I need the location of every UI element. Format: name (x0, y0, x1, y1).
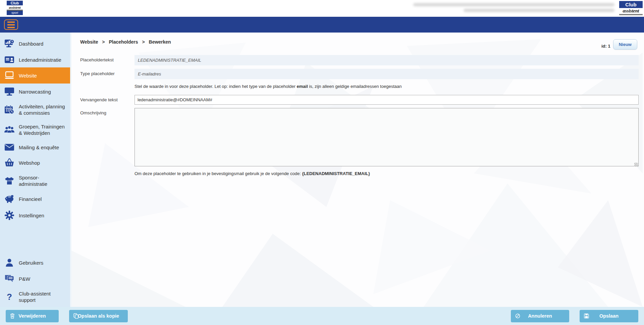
hamburger-icon (7, 21, 15, 23)
redacted-header-text-line (413, 3, 614, 6)
logo-club-text: Club (619, 1, 643, 8)
sidebar-item-label: Mailing & enquête (19, 144, 62, 151)
sidebar-item-label: Financieel (19, 196, 44, 202)
sidebar-item-label: Webshop (19, 160, 43, 166)
sidebar-item-label: P&W (19, 276, 33, 282)
logo-sport-text: sport (7, 11, 23, 15)
question-icon: ? (0, 293, 19, 301)
main-content: Website > Placeholders > Bewerken id: 1 … (71, 33, 644, 307)
user-icon (0, 258, 19, 267)
resize-grip-icon[interactable] (634, 163, 638, 166)
breadcrumb: Website > Placeholders > Bewerken (80, 39, 174, 45)
sidebar-item-groepen[interactable]: Groepen, Trainingen & Wedstrijden (0, 120, 70, 140)
sidebar-item-website[interactable]: Website (0, 67, 70, 84)
sidebar-item-label: Groepen, Trainingen & Wedstrijden (19, 123, 70, 136)
copy-icon (73, 313, 78, 319)
id-card-icon (0, 56, 19, 64)
hamburger-menu-button[interactable] (4, 19, 18, 30)
action-footer-bar: Verwijderen Opslaan als kopie Annuleren … (0, 307, 644, 325)
people-icon (0, 126, 19, 134)
sidebar-spacer (0, 224, 70, 255)
basket-icon (0, 158, 19, 167)
sidebar-item-dashboard[interactable]: Dashboard (0, 35, 70, 52)
piggy-bank-icon (0, 195, 19, 203)
logo-club-text: Club (7, 1, 23, 5)
envelope-icon (0, 144, 19, 151)
calendar-clock-icon (0, 105, 19, 114)
top-header-strip: Club assistent sport Club assistent (0, 0, 644, 17)
sidebar-item-label: Activiteiten, planning & commissies (19, 103, 70, 116)
sidebar-item-pw[interactable]: P&W (0, 271, 70, 287)
delete-button[interactable]: Verwijderen (6, 310, 59, 322)
logo-assistent-text: assistent (7, 5, 23, 11)
placeholdertekst-label: Placeholdertekst (80, 55, 135, 65)
sidebar-item-instellingen[interactable]: Instellingen (0, 207, 70, 224)
cancel-icon (515, 314, 520, 319)
tshirt-icon: LOGO (0, 176, 19, 185)
type-placeholder-value: E-mailadres (135, 69, 639, 79)
sidebar-item-activiteiten[interactable]: Activiteiten, planning & commissies (0, 100, 70, 120)
main-navbar (0, 17, 644, 33)
club-assistent-logo: Club assistent (619, 1, 643, 15)
hamburger-icon (7, 27, 15, 28)
chat-icon (0, 274, 19, 283)
sidebar-item-ledenadministratie[interactable]: Ledenadministratie (0, 52, 70, 67)
usage-code-text: Om deze placeholder te gebruiken in je b… (135, 171, 639, 176)
sidebar-item-narrowcasting[interactable]: Narrowcasting (0, 84, 70, 100)
redacted-header-text-line (464, 9, 614, 12)
svg-text:LOGO: LOGO (7, 180, 12, 182)
sidebar-item-label: Dashboard (19, 41, 46, 47)
sidebar-item-gebruikers[interactable]: Gebruikers (0, 255, 70, 271)
omschrijving-label: Omschrijving (80, 108, 135, 168)
cancel-button[interactable]: Annuleren (511, 310, 569, 322)
placeholder-hint-text: Stel de waarde in voor deze placeholder.… (135, 84, 639, 89)
sidebar-navigation: Dashboard Ledenadministratie Website Nar… (0, 33, 71, 307)
breadcrumb-website[interactable]: Website (80, 39, 98, 45)
laptop-icon (0, 71, 19, 80)
hamburger-icon (7, 24, 15, 25)
sidebar-item-support[interactable]: ? Club-assistent support (0, 287, 70, 307)
breadcrumb-separator: > (142, 39, 145, 45)
gear-icon (0, 211, 19, 220)
record-id-label: id: 1 (601, 44, 610, 49)
button-label: Annuleren (528, 313, 552, 319)
monitor-icon (0, 87, 19, 96)
save-as-copy-button[interactable]: Opslaan als kopie (69, 310, 128, 322)
sidebar-item-label: Sponsor-administratie (19, 174, 70, 187)
sidebar-item-label: Ledenadministratie (19, 57, 64, 63)
sidebar-item-financieel[interactable]: Financieel (0, 191, 70, 207)
button-label: Opslaan als kopie (78, 313, 119, 319)
placeholder-edit-form: Placeholdertekst LEDENADMINISTRATIE_EMAI… (80, 55, 644, 176)
vervangende-tekst-label: Vervangende tekst (80, 95, 135, 105)
dashboard-icon (0, 39, 19, 48)
sidebar-item-webshop[interactable]: Webshop (0, 155, 70, 171)
omschrijving-textarea[interactable] (135, 108, 639, 166)
trash-icon (10, 313, 15, 319)
breadcrumb-separator: > (102, 39, 105, 45)
sidebar-item-label: Club-assistent support (19, 290, 70, 303)
club-assistent-sport-logo[interactable]: Club assistent sport (7, 1, 23, 15)
button-label: Verwijderen (18, 313, 46, 319)
placeholdertekst-value: LEDENADMINISTRATIE_EMAIL (135, 55, 639, 65)
new-button[interactable]: Nieuw (613, 39, 637, 50)
sidebar-item-label: Narrowcasting (19, 89, 54, 95)
sidebar-item-label: Website (19, 72, 40, 79)
button-label: Opslaan (599, 313, 619, 319)
save-icon (584, 314, 589, 319)
type-placeholder-label: Type placeholder (80, 69, 135, 79)
breadcrumb-placeholders[interactable]: Placeholders (109, 39, 138, 45)
logo-assistent-text: assistent (619, 8, 643, 15)
sidebar-item-sponsoradministratie[interactable]: LOGO Sponsor-administratie (0, 171, 70, 191)
sidebar-item-mailing[interactable]: Mailing & enquête (0, 140, 70, 155)
vervangende-tekst-input[interactable] (135, 95, 639, 105)
sidebar-item-label: Instellingen (19, 212, 47, 219)
save-button[interactable]: Opslaan (580, 310, 638, 322)
breadcrumb-bewerken: Bewerken (149, 39, 171, 45)
sidebar-item-label: Gebruikers (19, 260, 46, 266)
